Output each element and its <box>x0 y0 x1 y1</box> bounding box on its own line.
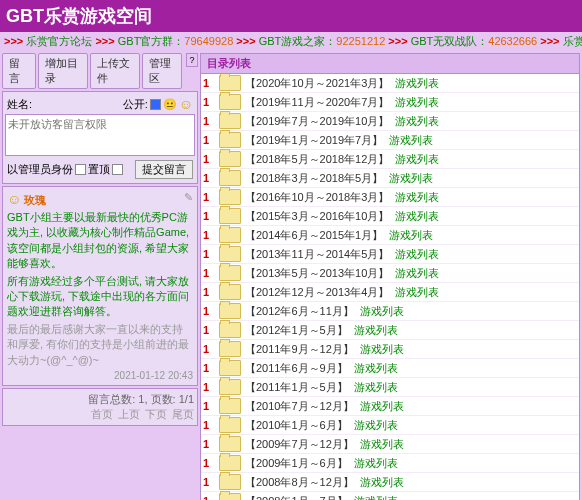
game-list-link[interactable]: 游戏列表 <box>354 361 398 376</box>
face-icon[interactable]: 😐 <box>163 98 177 111</box>
list-item[interactable]: 1【2019年11月～2020年7月】游戏列表 <box>201 93 579 112</box>
page-prev[interactable]: 上页 <box>118 408 140 420</box>
page-last[interactable]: 尾页 <box>172 408 194 420</box>
folder-icon <box>219 322 241 338</box>
sidebar: 留 言 增加目录 上传文件 管理区 ? 姓名: 公开: 😐 ☺ 以管理员身份 置… <box>0 51 200 428</box>
game-list-link[interactable]: 游戏列表 <box>354 456 398 471</box>
page-next[interactable]: 下页 <box>145 408 167 420</box>
folder-icon <box>219 94 241 110</box>
message-input[interactable] <box>5 114 195 156</box>
list-header: 目录列表 <box>200 53 580 74</box>
folder-icon <box>219 284 241 300</box>
public-label: 公开: <box>123 97 148 112</box>
list-item[interactable]: 1【2011年1月～5月】游戏列表 <box>201 378 579 397</box>
folder-icon <box>219 151 241 167</box>
game-list-link[interactable]: 游戏列表 <box>354 418 398 433</box>
refresh-icon[interactable]: ? <box>186 53 198 67</box>
game-list-link[interactable]: 游戏列表 <box>395 190 439 205</box>
game-list-link[interactable]: 游戏列表 <box>354 323 398 338</box>
list-item[interactable]: 1【2011年6月～9月】游戏列表 <box>201 359 579 378</box>
list-item[interactable]: 1【2009年7月～12月】游戏列表 <box>201 435 579 454</box>
list-item[interactable]: 1【2015年3月～2016年10月】游戏列表 <box>201 207 579 226</box>
tab-guestbook[interactable]: 留 言 <box>2 53 36 89</box>
folder-icon <box>219 113 241 129</box>
tab-upload[interactable]: 上传文件 <box>90 53 140 89</box>
list-item[interactable]: 1【2010年7月～12月】游戏列表 <box>201 397 579 416</box>
top-checkbox[interactable] <box>112 164 123 175</box>
folder-icon <box>219 455 241 471</box>
game-list-link[interactable]: 游戏列表 <box>395 152 439 167</box>
game-list-link[interactable]: 游戏列表 <box>389 171 433 186</box>
nav-link[interactable]: 乐赏GBT之家（佛仙）： <box>560 35 582 47</box>
tab-manage[interactable]: 管理区 <box>142 53 183 89</box>
list-item[interactable]: 1【2013年11月～2014年5月】游戏列表 <box>201 245 579 264</box>
folder-icon <box>219 436 241 452</box>
tab-add-dir[interactable]: 增加目录 <box>38 53 88 89</box>
game-list-link[interactable]: 游戏列表 <box>354 494 398 501</box>
nav-link[interactable]: 乐赏官方论坛 <box>23 35 92 47</box>
game-list-link[interactable]: 游戏列表 <box>389 133 433 148</box>
list-item[interactable]: 1【2018年5月～2018年12月】游戏列表 <box>201 150 579 169</box>
game-list-link[interactable]: 游戏列表 <box>395 209 439 224</box>
game-list-link[interactable]: 游戏列表 <box>389 228 433 243</box>
list-item[interactable]: 1【2011年9月～12月】游戏列表 <box>201 340 579 359</box>
smile-icon[interactable]: ☺ <box>179 96 193 112</box>
game-list-link[interactable]: 游戏列表 <box>360 304 404 319</box>
nav-link[interactable]: GBT无双战队： <box>408 35 489 47</box>
list-item[interactable]: 1【2014年6月～2015年1月】游戏列表 <box>201 226 579 245</box>
folder-icon <box>219 379 241 395</box>
game-list-link[interactable]: 游戏列表 <box>360 475 404 490</box>
list-item[interactable]: 1【2012年1月～5月】游戏列表 <box>201 321 579 340</box>
list-item[interactable]: 1【2010年1月～6月】游戏列表 <box>201 416 579 435</box>
nav-link[interactable]: GBT官方群： <box>115 35 185 47</box>
quote-icon[interactable]: ✎ <box>184 191 193 204</box>
game-list-link[interactable]: 游戏列表 <box>354 380 398 395</box>
game-list-link[interactable]: 游戏列表 <box>395 76 439 91</box>
directory-list[interactable]: 1【2020年10月～2021年3月】游戏列表1【2019年11月～2020年7… <box>200 74 580 500</box>
post-body: GBT小组主要以最新最快的优秀PC游戏为主, 以收藏为核心制作精品Game, 该… <box>7 210 193 272</box>
game-list-link[interactable]: 游戏列表 <box>395 266 439 281</box>
game-list-link[interactable]: 游戏列表 <box>395 95 439 110</box>
list-item[interactable]: 1【2009年1月～6月】游戏列表 <box>201 454 579 473</box>
pager-stats: 留言总数: 1, 页数: 1/1 <box>88 393 194 405</box>
author-name: 玫瑰 <box>24 194 46 206</box>
game-list-link[interactable]: 游戏列表 <box>395 285 439 300</box>
submit-button[interactable]: 提交留言 <box>135 160 193 179</box>
list-item[interactable]: 1【2018年3月～2018年5月】游戏列表 <box>201 169 579 188</box>
list-item[interactable]: 1【2008年1月～7月】游戏列表 <box>201 492 579 500</box>
folder-icon <box>219 246 241 262</box>
folder-icon <box>219 417 241 433</box>
folder-icon <box>219 227 241 243</box>
game-list-link[interactable]: 游戏列表 <box>360 437 404 452</box>
list-item[interactable]: 1【2019年7月～2019年10月】游戏列表 <box>201 112 579 131</box>
folder-icon <box>219 341 241 357</box>
admin-label: 以管理员身份 <box>7 162 73 177</box>
name-label: 姓名: <box>7 97 32 112</box>
folder-icon <box>219 75 241 91</box>
nav-link[interactable]: GBT游戏之家： <box>256 35 337 47</box>
post-body: 最后的最后感谢大家一直以来的支持和厚爱, 有你们的支持是小组前进的最大动力~(@… <box>7 322 193 368</box>
list-item[interactable]: 1【2019年1月～2019年7月】游戏列表 <box>201 131 579 150</box>
list-item[interactable]: 1【2016年10月～2018年3月】游戏列表 <box>201 188 579 207</box>
game-list-link[interactable]: 游戏列表 <box>395 114 439 129</box>
folder-icon <box>219 208 241 224</box>
top-label: 置顶 <box>88 162 110 177</box>
game-list-link[interactable]: 游戏列表 <box>395 247 439 262</box>
public-checkbox[interactable] <box>150 99 161 110</box>
list-item[interactable]: 1【2008年8月～12月】游戏列表 <box>201 473 579 492</box>
list-item[interactable]: 1【2013年5月～2013年10月】游戏列表 <box>201 264 579 283</box>
page-first[interactable]: 首页 <box>91 408 113 420</box>
list-item[interactable]: 1【2012年6月～11月】游戏列表 <box>201 302 579 321</box>
list-item[interactable]: 1【2012年12月～2013年4月】游戏列表 <box>201 283 579 302</box>
admin-checkbox[interactable] <box>75 164 86 175</box>
folder-icon <box>219 303 241 319</box>
nav-number: 92251212 <box>336 35 388 47</box>
folder-icon <box>219 360 241 376</box>
game-list-link[interactable]: 游戏列表 <box>360 399 404 414</box>
avatar-icon: ☺ <box>7 191 21 207</box>
folder-icon <box>219 189 241 205</box>
list-item[interactable]: 1【2020年10月～2021年3月】游戏列表 <box>201 74 579 93</box>
folder-icon <box>219 265 241 281</box>
folder-icon <box>219 493 241 500</box>
game-list-link[interactable]: 游戏列表 <box>360 342 404 357</box>
